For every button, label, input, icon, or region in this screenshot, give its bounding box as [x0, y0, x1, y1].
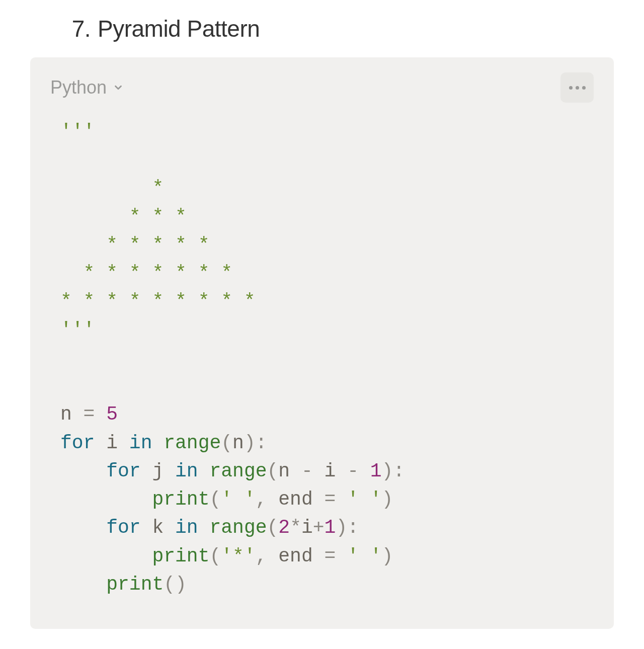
code-token [60, 545, 152, 567]
code-token: ' ' [347, 545, 381, 567]
code-token: = [325, 489, 348, 510]
code-token: ) [336, 517, 347, 538]
code-token: ' ' [347, 489, 381, 510]
code-token: for [60, 432, 95, 454]
more-options-button[interactable] [560, 72, 594, 103]
code-token: n [278, 460, 301, 482]
code-token: ) [382, 460, 393, 482]
code-block-header: Python [50, 72, 594, 103]
code-token [60, 460, 106, 482]
code-token: * * * * * * * * * [60, 290, 256, 312]
code-token: ( [209, 489, 221, 510]
code-token: '*' [221, 545, 255, 567]
code-token: 5 [106, 403, 118, 425]
code-token: range [164, 432, 221, 454]
code-token: ' ' [221, 489, 255, 510]
code-token: print [152, 545, 209, 567]
code-token: ( [267, 517, 279, 538]
code-block: Python ''' * * * * * * * * * * * * * * *… [30, 57, 614, 629]
code-token: in [175, 517, 198, 538]
code-token: 2 [278, 517, 290, 538]
code-token: + [313, 517, 325, 538]
code-token: ( [221, 432, 232, 454]
language-selector[interactable]: Python [50, 77, 124, 98]
code-content[interactable]: ''' * * * * * * * * * * * * * * * * * * … [50, 118, 594, 599]
code-token [198, 460, 210, 482]
more-icon [582, 86, 586, 90]
code-token: () [164, 574, 187, 595]
language-label: Python [50, 77, 107, 98]
code-token: for [106, 460, 140, 482]
code-token: range [209, 460, 267, 482]
code-token: range [209, 517, 267, 538]
code-token: , [256, 545, 279, 567]
code-token: in [175, 460, 198, 482]
code-token: * * * * * [60, 234, 209, 256]
code-token: 1 [325, 517, 336, 538]
code-token: * * * * * * * [60, 262, 232, 284]
code-token: k [141, 517, 175, 538]
code-token [60, 489, 152, 510]
code-token: j [141, 460, 175, 482]
code-token: end [278, 489, 324, 510]
code-token: in [129, 432, 152, 454]
code-token: n [60, 403, 72, 425]
code-token: , [256, 489, 279, 510]
code-token: print [106, 574, 164, 595]
code-token: end [278, 545, 324, 567]
code-token [152, 432, 164, 454]
code-token: 1 [359, 460, 382, 482]
code-token: n [232, 432, 244, 454]
code-token [60, 517, 106, 538]
section-heading: 7. Pyramid Pattern [50, 15, 614, 42]
code-token: : [256, 432, 267, 454]
code-token [60, 574, 106, 595]
code-token: * [60, 177, 164, 199]
code-token: - [347, 460, 359, 482]
code-token: ) [382, 489, 393, 510]
code-token: print [152, 489, 209, 510]
code-token: i [95, 432, 129, 454]
code-token: i [301, 517, 313, 538]
code-token: for [106, 517, 140, 538]
more-icon [569, 86, 573, 90]
code-token [198, 517, 210, 538]
code-token: : [347, 517, 359, 538]
code-token: ''' [60, 121, 95, 142]
code-token: - [301, 460, 313, 482]
code-token: = [72, 403, 106, 425]
code-token: ( [209, 545, 221, 567]
code-token: = [325, 545, 348, 567]
code-token: ''' [60, 319, 95, 341]
code-token: : [393, 460, 405, 482]
code-token: ) [244, 432, 256, 454]
code-token: * * * [60, 206, 187, 227]
heading-title: Pyramid Pattern [98, 15, 260, 42]
code-token: ) [382, 545, 393, 567]
heading-number: 7. [50, 15, 98, 42]
code-token: ( [267, 460, 279, 482]
chevron-down-icon [113, 82, 124, 93]
code-token: * [290, 517, 301, 538]
code-token: i [313, 460, 347, 482]
more-icon [576, 86, 579, 90]
